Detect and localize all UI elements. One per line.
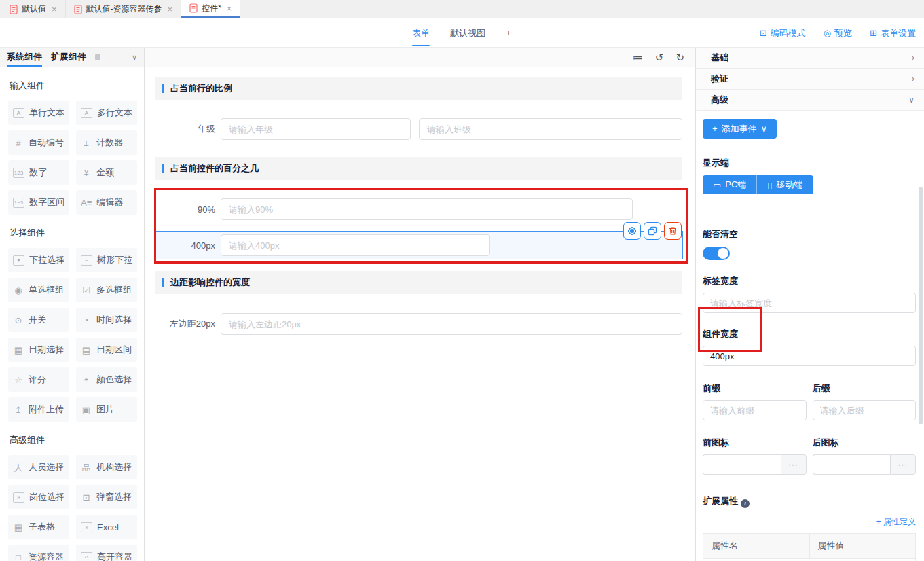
sidebar-item-org-picker[interactable]: 品机构选择 xyxy=(76,455,137,479)
sidebar-item-image[interactable]: ▣图片 xyxy=(76,397,137,422)
back-icon-more-button[interactable]: ··· xyxy=(890,454,916,475)
accordion-basic[interactable]: 基础 › xyxy=(696,48,924,69)
field-label: 左边距20px xyxy=(155,318,221,330)
sidebar-item-sub-table[interactable]: ▦子表格 xyxy=(8,515,69,539)
front-icon-more-button[interactable]: ··· xyxy=(781,454,807,475)
file-tab-label: 控件* xyxy=(202,3,221,14)
sidebar-item-editor[interactable]: A≡编辑器 xyxy=(76,190,137,215)
outline-icon[interactable]: ≔ xyxy=(633,52,643,62)
prefix-input[interactable] xyxy=(703,400,807,420)
inspector-scrollbar[interactable] xyxy=(919,160,923,560)
suffix-input[interactable] xyxy=(813,400,917,420)
resource-container-icon: □ xyxy=(13,553,24,561)
preview-button[interactable]: ◎ 预览 xyxy=(824,27,852,39)
sidebar-item-counter[interactable]: ±计数器 xyxy=(76,130,137,155)
plus-icon: + xyxy=(712,124,718,134)
sidebar-item-date-picker[interactable]: ▦日期选择 xyxy=(8,338,69,362)
accordion-validation[interactable]: 验证 › xyxy=(696,69,924,90)
tab-system-components[interactable]: 系统组件 xyxy=(7,48,42,67)
tab-extension-components[interactable]: 扩展组件 xyxy=(51,48,86,67)
checkbox-group-icon: ☑ xyxy=(81,286,92,295)
pct90-input[interactable] xyxy=(221,198,633,220)
form-settings-button[interactable]: ⊞ 表单设置 xyxy=(870,27,916,39)
code-mode-button[interactable]: ⊡ 编码模式 xyxy=(760,27,806,39)
post-picker-icon: 8 xyxy=(13,492,24,503)
component-width-input[interactable] xyxy=(703,346,916,366)
sidebar-item-excel[interactable]: xExcel xyxy=(76,515,137,539)
px400-input[interactable] xyxy=(221,234,490,256)
sidebar-item-rate[interactable]: ☆评分 xyxy=(8,367,69,392)
clearable-toggle[interactable] xyxy=(703,247,730,260)
label-width-input[interactable] xyxy=(703,293,916,313)
sidebar-item-number-range[interactable]: 1~3数字区间 xyxy=(8,190,69,215)
delete-button[interactable] xyxy=(664,222,682,240)
redo-icon[interactable]: ↻ xyxy=(676,52,684,62)
sidebar-item-resource-container[interactable]: □资源容器 xyxy=(8,545,69,561)
back-icon-input[interactable] xyxy=(813,454,891,475)
close-icon[interactable]: × xyxy=(52,4,57,14)
sidebar-item-upload[interactable]: ↥附件上传 xyxy=(8,397,69,422)
sidebar-item-dialog-picker[interactable]: ⊡弹窗选择 xyxy=(76,485,137,509)
display-target-label: 显示端 xyxy=(703,157,916,169)
column-header-prop-name: 属性名 xyxy=(703,534,810,558)
tab-default-view[interactable]: 默认视图 xyxy=(450,18,485,48)
sidebar-item-post-picker[interactable]: 8岗位选择 xyxy=(8,485,69,509)
sidebar-item-money[interactable]: ¥金额 xyxy=(76,160,137,185)
ext-props-label: 扩展属性i xyxy=(703,495,916,508)
time-picker-icon: ◔ xyxy=(81,316,92,325)
sidebar-item-select[interactable]: ▾下拉选择 xyxy=(8,248,69,272)
form-row-left-margin[interactable]: 左边距20px xyxy=(155,313,682,335)
sidebar-item-multiline-text[interactable]: A多行文本 xyxy=(76,101,137,125)
top-bar: 表单 默认视图 + ⊡ 编码模式 ◎ 预览 ⊞ 表单设置 xyxy=(0,18,924,48)
sidebar-item-time-picker[interactable]: ◔时间选择 xyxy=(76,308,137,332)
code-mode-icon: ⊡ xyxy=(760,28,767,38)
document-icon xyxy=(10,5,18,14)
add-property-link[interactable]: + 属性定义 xyxy=(703,516,916,528)
sidebar-item-checkbox-group[interactable]: ☑多选框组 xyxy=(76,278,137,302)
sidebar-item-radio-group[interactable]: ◉单选框组 xyxy=(8,278,69,302)
add-event-button[interactable]: + 添加事件 ∨ xyxy=(703,119,777,139)
form-row-grade[interactable]: 年级 xyxy=(155,118,682,140)
sidebar-item-number[interactable]: 123数字 xyxy=(8,160,69,185)
file-tab-control-active[interactable]: 控件* × xyxy=(181,0,240,18)
component-list: 输入组件 A单行文本 A多行文本 #自动编号 ±计数器 123数字 ¥金额 1~… xyxy=(0,79,144,561)
close-icon[interactable]: × xyxy=(227,3,232,14)
scrollbar-thumb[interactable] xyxy=(919,187,923,424)
file-tab-label: 默认值-资源容器传参 xyxy=(86,3,162,15)
tab-form[interactable]: 表单 xyxy=(412,18,430,48)
sidebar-item-code-container[interactable]: ‹›高开容器 xyxy=(76,545,137,561)
pc-target-button[interactable]: ▭ PC端 xyxy=(703,175,757,194)
code-container-icon: ‹› xyxy=(81,552,92,561)
sidebar-item-auto-number[interactable]: #自动编号 xyxy=(8,130,69,155)
chevron-down-icon[interactable]: ∨ xyxy=(132,53,137,62)
file-tab-default-value[interactable]: 默认值 × xyxy=(1,0,66,18)
sidebar-item-color-picker[interactable]: ◓颜色选择 xyxy=(76,367,137,392)
sidebar-item-switch[interactable]: ⊙开关 xyxy=(8,308,69,332)
settings-gear-button[interactable] xyxy=(623,222,641,240)
add-view-button[interactable]: + xyxy=(506,18,511,48)
chevron-right-icon: › xyxy=(912,53,914,62)
sidebar-item-date-range[interactable]: ▤日期区间 xyxy=(76,338,137,362)
grade-input[interactable] xyxy=(221,118,411,140)
undo-icon[interactable]: ↺ xyxy=(655,52,664,62)
drag-handle-icon xyxy=(95,54,100,60)
section-header-percent: 占当前控件的百分之几 xyxy=(155,157,682,180)
sidebar-item-tree-select[interactable]: ≡树形下拉 xyxy=(76,248,137,272)
copy-button[interactable] xyxy=(644,222,661,240)
form-row-400px-selected[interactable]: 400px xyxy=(155,231,683,259)
monitor-icon: ▭ xyxy=(713,180,721,190)
auto-number-icon: # xyxy=(13,139,24,147)
front-icon-input[interactable] xyxy=(703,454,781,475)
file-tab-container-params[interactable]: 默认值-资源容器传参 × xyxy=(66,0,182,18)
accordion-advanced[interactable]: 高级 ∨ xyxy=(696,90,924,111)
close-icon[interactable]: × xyxy=(168,4,173,14)
mobile-target-button[interactable]: ▯ 移动端 xyxy=(757,175,813,194)
switch-icon: ⊙ xyxy=(13,316,24,325)
class-input[interactable] xyxy=(419,118,682,140)
chevron-down-icon: ∨ xyxy=(761,124,768,134)
left-margin-input[interactable] xyxy=(221,313,682,335)
form-row-90pct[interactable]: 90% xyxy=(155,198,682,220)
sidebar-item-single-line-text[interactable]: A单行文本 xyxy=(8,101,69,125)
sidebar-item-user-picker[interactable]: 人人员选择 xyxy=(8,455,69,479)
money-icon: ¥ xyxy=(81,168,92,177)
